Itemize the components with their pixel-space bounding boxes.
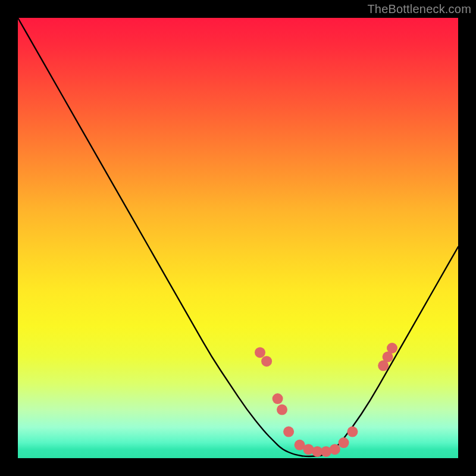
- bottleneck-curve: [18, 18, 458, 456]
- chart-frame: TheBottleneck.com: [0, 0, 476, 476]
- highlight-dot: [277, 405, 287, 415]
- watermark-text: TheBottleneck.com: [367, 2, 471, 16]
- highlight-dot: [387, 343, 397, 353]
- highlight-dot: [339, 437, 349, 448]
- highlight-dot: [273, 393, 283, 404]
- curve-overlay: [18, 18, 458, 458]
- highlight-dots: [255, 343, 397, 457]
- highlight-dot: [347, 427, 358, 437]
- highlight-dot: [255, 347, 265, 358]
- highlight-dot: [330, 444, 340, 455]
- highlight-dot: [261, 356, 272, 367]
- plot-area: [18, 18, 458, 458]
- highlight-dot: [283, 427, 294, 437]
